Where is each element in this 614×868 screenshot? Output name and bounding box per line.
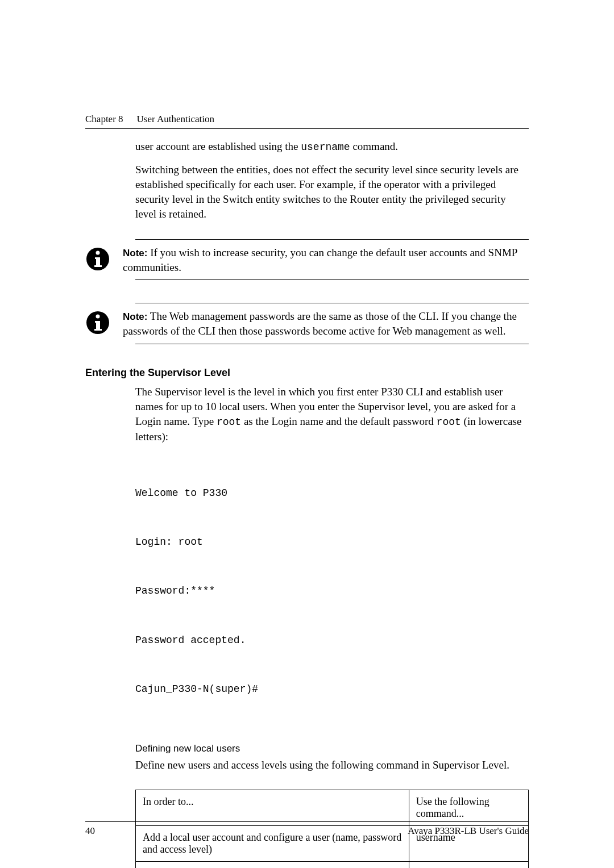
chapter-label: Chapter 8 — [85, 114, 123, 125]
svg-point-1 — [96, 251, 100, 254]
guide-title: Avaya P333R-LB User's Guide — [408, 825, 529, 837]
subheading: Defining new local users — [135, 743, 529, 754]
table-row: To remove a local user account no userna… — [136, 861, 529, 868]
note-2-divider-bottom — [135, 344, 529, 344]
code-line: Welcome to P330 — [135, 485, 529, 502]
footer-divider — [85, 821, 529, 822]
code-block: Welcome to P330 Login: root Password:***… — [135, 452, 529, 731]
section-heading: Entering the Supervisor Level — [85, 367, 529, 379]
note-2-label: Note: — [123, 311, 147, 322]
intro-line-1-code: username — [301, 141, 350, 153]
intro-line-1: user account are established using the u… — [135, 139, 529, 155]
page-number: 40 — [85, 825, 95, 837]
note-1-body: If you wish to increase security, you ca… — [123, 247, 517, 273]
intro-line-1-pre: user account are established using the — [135, 140, 301, 152]
code-line: Login: root — [135, 534, 529, 550]
section-para-2: Define new users and access levels using… — [135, 758, 529, 773]
note-1-label: Note: — [123, 248, 147, 258]
table-cell: no username — [409, 861, 528, 868]
intro-line-1-post: command. — [350, 140, 398, 152]
section-para-1-code-1: root — [217, 416, 241, 428]
code-line: Cajun_P330-N(super)# — [135, 681, 529, 698]
header-divider — [85, 128, 529, 129]
intro-para-2: Switching between the entities, does not… — [135, 162, 529, 222]
note-2-text: Note: The Web management passwords are t… — [123, 309, 529, 339]
section-para-1-code-2: root — [437, 416, 461, 428]
section-para-1-mid: as the Login name and the default passwo… — [241, 415, 436, 427]
note-1-text: Note: If you wish to increase security, … — [123, 245, 529, 275]
code-line: Password accepted. — [135, 632, 529, 649]
code-line: Password:**** — [135, 583, 529, 599]
chapter-title: User Authentication — [137, 114, 214, 125]
table-cell: To remove a local user account — [136, 861, 409, 868]
section-para-1: The Supervisor level is the level in whi… — [135, 385, 529, 444]
svg-point-3 — [96, 315, 100, 319]
info-icon — [85, 310, 110, 337]
note-1-divider-bottom — [135, 279, 529, 280]
info-icon — [85, 247, 110, 274]
note-2-body: The Web management passwords are the sam… — [123, 310, 517, 337]
